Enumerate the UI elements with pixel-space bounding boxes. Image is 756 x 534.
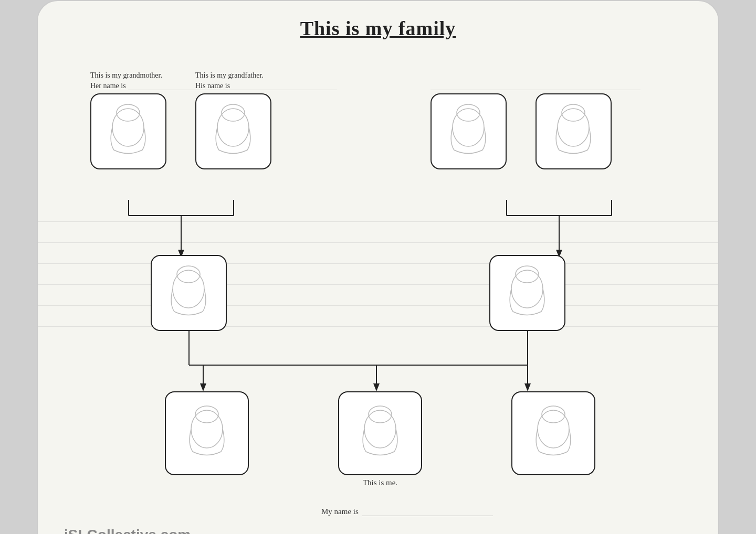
svg-point-22 [117, 104, 140, 121]
parent-2-container [489, 255, 565, 331]
grandparent-3-face [430, 93, 507, 169]
grandparent-3-face-svg [444, 100, 494, 163]
grandparent-3-name-line [430, 81, 536, 90]
me-label: This is me. [338, 478, 422, 487]
svg-point-34 [195, 406, 218, 423]
parent-1-face-svg [164, 262, 214, 325]
grandparent-3-label [430, 71, 536, 80]
grandparent-4-name-field[interactable] [536, 81, 640, 90]
svg-marker-18 [373, 383, 380, 391]
parent-1-face [151, 255, 227, 331]
svg-point-36 [369, 406, 392, 423]
grandparent-2-name-field[interactable] [232, 81, 337, 90]
child-1-face [165, 391, 249, 475]
child-1-face-svg [182, 402, 232, 465]
grandparent-1-face-svg [103, 100, 153, 163]
family-tree: This is my grandmother. Her name is This… [59, 50, 697, 533]
grandparent-4-name-line [536, 81, 640, 90]
child-2-container: This is me. [338, 391, 422, 487]
svg-marker-20 [524, 383, 531, 391]
grandparent-4-container [536, 71, 640, 169]
parent-2-face [489, 255, 565, 331]
parent-1-container [151, 255, 227, 331]
my-name-prefix: My name is [321, 507, 359, 516]
content: This is my family [59, 17, 697, 533]
svg-point-28 [562, 104, 585, 121]
child-2-face-svg [355, 402, 405, 465]
grandparent-2-container: This is my grandfather. His name is [195, 71, 337, 169]
svg-point-32 [516, 266, 539, 283]
grandparent-3-container [430, 71, 536, 169]
grandparent-2-label: This is my grandfather. [195, 71, 337, 80]
grandparent-3-name-field[interactable] [430, 81, 536, 90]
grandparent-2-name-line: His name is [195, 81, 337, 90]
grandparent-1-face [90, 93, 166, 169]
svg-point-26 [457, 104, 480, 121]
svg-point-38 [542, 406, 565, 423]
grandparent-4-face [536, 93, 612, 169]
child-2-face [338, 391, 422, 475]
child-3-container [511, 391, 595, 475]
page-title: This is my family [59, 17, 697, 40]
child-3-face [511, 391, 595, 475]
svg-point-30 [177, 266, 200, 283]
svg-marker-16 [200, 383, 206, 391]
grandparent-4-label [536, 71, 640, 80]
child-3-face-svg [529, 402, 579, 465]
grandparent-4-face-svg [549, 100, 598, 163]
grandparent-2-face [195, 93, 271, 169]
grandparent-1-name-prefix: Her name is [90, 82, 126, 90]
parent-2-face-svg [502, 262, 552, 325]
svg-point-24 [222, 104, 245, 121]
page: This is my family [37, 0, 719, 534]
watermark: iSLCollective.com [64, 527, 191, 534]
grandparent-2-face-svg [208, 100, 258, 163]
my-name-container: My name is [321, 507, 493, 516]
child-1-container [165, 391, 249, 475]
my-name-field[interactable] [362, 507, 493, 516]
grandparent-2-name-prefix: His name is [195, 82, 230, 90]
